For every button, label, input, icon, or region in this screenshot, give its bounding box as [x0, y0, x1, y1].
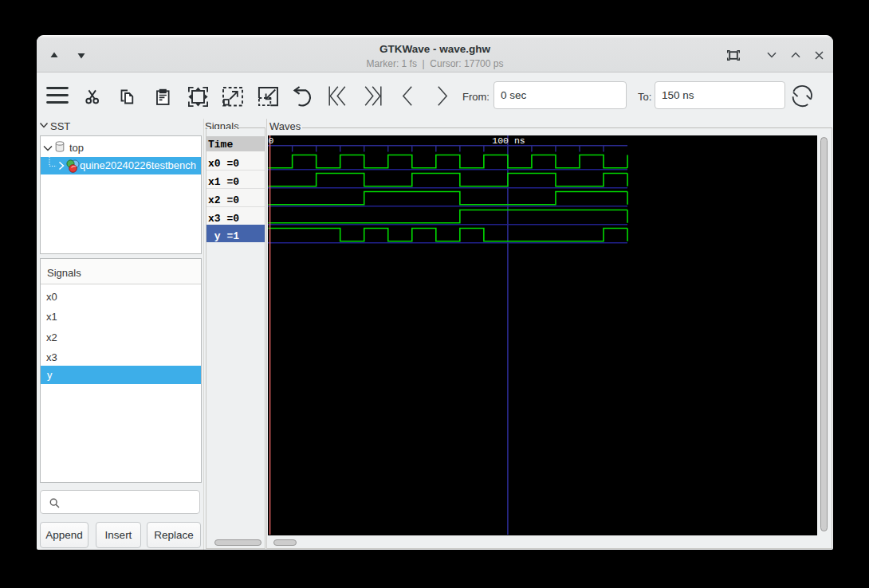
svg-text:0: 0: [269, 135, 274, 146]
svg-text:100 ns: 100 ns: [492, 135, 525, 146]
